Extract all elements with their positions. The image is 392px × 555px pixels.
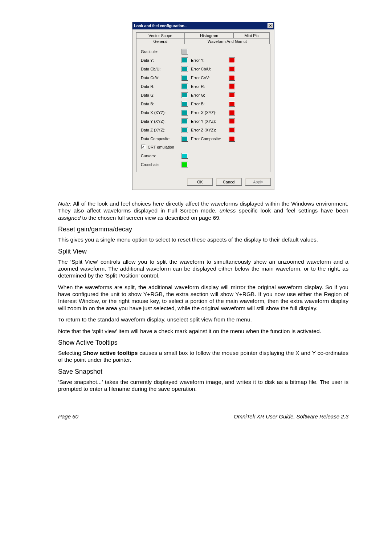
- label-error-z-xyz: Error Z (XYZ):: [188, 128, 229, 132]
- swatch-error-crv[interactable]: [229, 75, 235, 81]
- note-text-2: specific look and feel settings have bee…: [236, 207, 348, 214]
- para-split-2: When the waveforms are split, the additi…: [58, 284, 348, 312]
- tab-panel-waveform: Graticule: Data Y: Error Y: Data Cb/U: E…: [136, 44, 270, 172]
- look-and-feel-dialog: Look and feel configuration... ✕ Vector …: [132, 22, 274, 190]
- label-error-g: Error G:: [188, 93, 229, 97]
- cancel-button[interactable]: Cancel: [216, 178, 242, 186]
- label-cursors: Cursors:: [141, 154, 181, 158]
- label-data-crv: Data Cr/V:: [141, 76, 181, 80]
- note-paragraph: Note: All of the look and feel choices h…: [58, 200, 348, 221]
- label-data-z-xyz: Data Z (XYZ):: [141, 128, 181, 132]
- tab-general[interactable]: General: [136, 38, 185, 44]
- para-tooltips: Selecting Show active tooltips causes a …: [58, 349, 348, 364]
- para-split-3: To return to the standard waveform displ…: [58, 316, 348, 323]
- swatch-cursors[interactable]: [181, 153, 188, 159]
- swatch-error-b[interactable]: [229, 101, 235, 107]
- label-data-b: Data B:: [141, 102, 181, 106]
- swatch-error-z-xyz[interactable]: [229, 127, 235, 133]
- label-data-y-xyz: Data Y (XYZ):: [141, 119, 181, 123]
- tab-histogram[interactable]: Histogram: [185, 32, 233, 39]
- label-data-composite: Data Composite:: [141, 137, 181, 141]
- dialog-titlebar: Look and feel configuration... ✕: [132, 22, 274, 29]
- tab-vector-scope[interactable]: Vector Scope: [136, 32, 185, 39]
- swatch-graticule[interactable]: [181, 49, 188, 54]
- swatch-error-r[interactable]: [229, 84, 235, 89]
- tab-mini-pic[interactable]: Mini-Pic: [233, 32, 270, 39]
- para-reset: This gives you a single menu option to s…: [58, 236, 348, 243]
- label-crt-emulation: CRT emulation: [148, 145, 174, 149]
- apply-button[interactable]: Apply: [245, 178, 271, 186]
- para-tooltips-b: Show active tooltips: [83, 350, 138, 356]
- label-error-crv: Error Cr/V:: [188, 76, 229, 80]
- swatch-data-x-xyz[interactable]: [181, 110, 188, 116]
- checkbox-crt-emulation[interactable]: [141, 145, 146, 149]
- heading-tooltips: Show Active Tooltips: [58, 339, 348, 347]
- swatch-data-r[interactable]: [181, 84, 188, 89]
- note-label: Note: [58, 200, 70, 207]
- dialog-title: Look and feel configuration...: [134, 24, 187, 28]
- footer-guide: OmniTek XR User Guide, Software Release …: [234, 413, 348, 420]
- swatch-error-x-xyz[interactable]: [229, 110, 235, 116]
- footer-page: Page 60: [58, 413, 78, 420]
- label-error-y-xyz: Error Y (XYZ):: [188, 119, 229, 123]
- close-icon[interactable]: ✕: [268, 23, 273, 28]
- ok-button[interactable]: OK: [187, 178, 213, 186]
- label-crosshair: Crosshair:: [141, 162, 181, 167]
- label-data-x-xyz: Data X (XYZ):: [141, 110, 181, 115]
- note-unless: unless: [220, 207, 236, 214]
- swatch-data-z-xyz[interactable]: [181, 127, 188, 133]
- note-assigned: assigned: [58, 215, 81, 221]
- swatch-error-y[interactable]: [229, 57, 235, 63]
- swatch-data-y[interactable]: [181, 57, 188, 63]
- swatch-data-y-xyz[interactable]: [181, 118, 188, 124]
- label-data-cbu: Data Cb/U:: [141, 67, 181, 71]
- label-error-r: Error R:: [188, 84, 229, 89]
- label-error-y: Error Y:: [188, 58, 229, 62]
- label-data-g: Data G:: [141, 93, 181, 97]
- label-error-b: Error B:: [188, 102, 229, 106]
- label-error-cbu: Error Cb/U:: [188, 67, 229, 71]
- swatch-error-g[interactable]: [229, 92, 235, 98]
- para-tooltips-a: Selecting: [58, 350, 83, 356]
- note-text-3: to the chosen full screen view as descri…: [81, 215, 221, 221]
- label-error-x-xyz: Error X (XYZ):: [188, 110, 229, 115]
- swatch-data-b[interactable]: [181, 101, 188, 107]
- swatch-data-composite[interactable]: [181, 136, 188, 142]
- label-error-composite: Error Composite:: [188, 137, 229, 141]
- para-snapshot: ‘Save snapshot...’ takes the currently d…: [58, 378, 348, 393]
- heading-snapshot: Save Snapshot: [58, 368, 348, 376]
- swatch-data-g[interactable]: [181, 92, 188, 98]
- label-graticule: Graticule:: [141, 49, 181, 54]
- swatch-error-y-xyz[interactable]: [229, 118, 235, 124]
- swatch-crosshair[interactable]: [181, 162, 188, 167]
- heading-split-view: Split View: [58, 248, 348, 255]
- tab-waveform-and-gamut[interactable]: Waveform And Gamut: [185, 38, 270, 44]
- swatch-data-crv[interactable]: [181, 75, 188, 81]
- swatch-error-composite[interactable]: [229, 136, 235, 142]
- para-split-4: Note that the ‘split view’ item will hav…: [58, 328, 348, 335]
- label-data-y: Data Y:: [141, 58, 181, 62]
- para-split-1: The ‘Split View’ controls allow you to s…: [58, 258, 348, 279]
- label-data-r: Data R:: [141, 84, 181, 89]
- swatch-error-cbu[interactable]: [229, 66, 235, 72]
- swatch-data-cbu[interactable]: [181, 66, 188, 72]
- heading-reset: Reset gain/gamma/decay: [58, 226, 348, 233]
